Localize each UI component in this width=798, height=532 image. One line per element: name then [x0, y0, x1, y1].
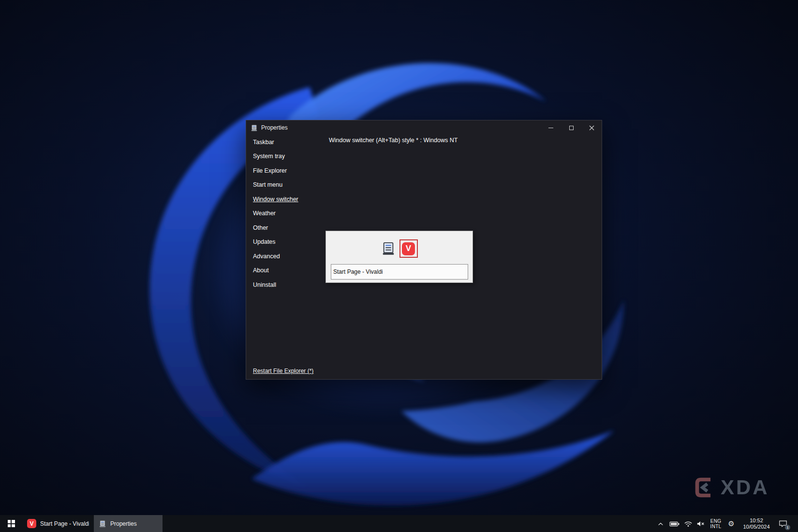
close-icon — [589, 125, 594, 131]
battery-icon — [669, 520, 680, 528]
language-line2: INTL — [710, 524, 722, 529]
sidebar-item-taskbar[interactable]: Taskbar — [253, 135, 319, 149]
window-switcher-style-label: Window switcher (Alt+Tab) style * : Wind… — [329, 137, 458, 144]
volume-muted-icon — [696, 520, 705, 527]
sidebar-item-about[interactable]: About — [253, 264, 319, 278]
notification-badge: 1 — [785, 525, 790, 530]
maximize-button[interactable] — [561, 120, 581, 135]
maximize-icon — [569, 126, 574, 130]
taskbar-task-vivaldi[interactable]: V Start Page - Vivaldi — [22, 515, 94, 532]
clock-date: 10/05/2024 — [743, 524, 769, 530]
taskbar-task-properties[interactable]: Properties — [94, 515, 163, 532]
volume-indicator[interactable] — [695, 515, 707, 532]
system-tray: ENG INTL ⚙ 10:52 10/05/2024 1 — [654, 515, 798, 532]
xda-watermark: XDA — [695, 476, 769, 499]
xda-watermark-text: XDA — [721, 476, 769, 499]
wifi-icon — [684, 520, 693, 527]
properties-app-icon — [251, 124, 258, 132]
window-title: Properties — [261, 124, 288, 131]
vivaldi-icon: V — [402, 242, 415, 255]
minimize-icon — [548, 128, 553, 128]
clock-time: 10:52 — [750, 517, 763, 524]
minimize-button[interactable] — [541, 120, 561, 135]
settings-sidebar: Taskbar System tray File Explorer Start … — [246, 135, 319, 292]
windows-logo-icon — [8, 520, 15, 527]
language-line1: ENG — [710, 518, 722, 524]
sidebar-item-file-explorer[interactable]: File Explorer — [253, 163, 319, 178]
close-button[interactable] — [581, 120, 602, 135]
properties-window: Properties Taskbar System tray File Expl… — [246, 120, 602, 380]
restart-file-explorer-link[interactable]: Restart File Explorer (*) — [253, 368, 313, 374]
notification-center-button[interactable]: 1 — [775, 515, 791, 532]
tray-chevron-up-button[interactable] — [654, 515, 667, 532]
sidebar-item-updates[interactable]: Updates — [253, 235, 319, 250]
language-indicator[interactable]: ENG INTL — [707, 515, 724, 532]
alt-tab-preview: V Start Page - Vivaldi — [325, 231, 473, 283]
sidebar-item-weather[interactable]: Weather — [253, 207, 319, 221]
chevron-up-icon — [657, 521, 664, 527]
sidebar-item-system-tray[interactable]: System tray — [253, 149, 319, 164]
sidebar-item-advanced[interactable]: Advanced — [253, 249, 319, 264]
sidebar-item-start-menu[interactable]: Start menu — [253, 178, 319, 192]
tray-settings-button[interactable]: ⚙ — [724, 515, 738, 532]
alt-tab-app-icon — [381, 241, 396, 256]
sidebar-item-window-switcher[interactable]: Window switcher — [253, 192, 319, 207]
properties-app-icon — [99, 520, 106, 528]
taskbar-clock[interactable]: 10:52 10/05/2024 — [738, 515, 775, 532]
alt-tab-icons-row: V — [326, 239, 473, 258]
window-titlebar[interactable]: Properties — [246, 120, 602, 135]
sidebar-item-other[interactable]: Other — [253, 221, 319, 235]
xda-logo-icon — [695, 477, 716, 498]
vivaldi-icon: V — [27, 519, 36, 528]
battery-indicator[interactable] — [667, 515, 682, 532]
alt-tab-window-title: Start Page - Vivaldi — [331, 264, 468, 280]
network-indicator[interactable] — [682, 515, 695, 532]
taskbar: V Start Page - Vivaldi Properties — [0, 515, 798, 532]
alt-tab-selection-box: V — [399, 239, 418, 258]
task-label: Start Page - Vivaldi — [40, 520, 89, 527]
start-button[interactable] — [0, 515, 22, 532]
task-label: Properties — [110, 520, 137, 527]
sidebar-item-uninstall[interactable]: Uninstall — [253, 278, 319, 292]
gear-icon: ⚙ — [728, 519, 734, 528]
